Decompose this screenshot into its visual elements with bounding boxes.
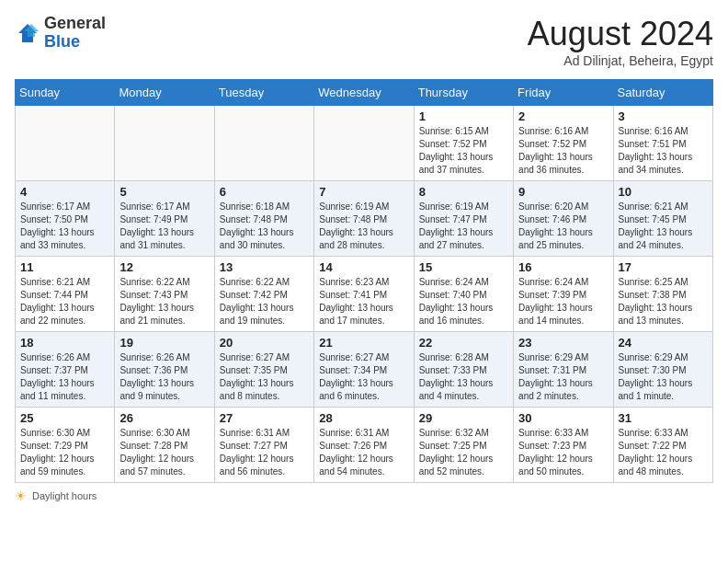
day-detail: Sunrise: 6:24 AM Sunset: 7:40 PM Dayligh… xyxy=(419,276,508,327)
calendar-cell: 24Sunrise: 6:29 AM Sunset: 7:30 PM Dayli… xyxy=(613,332,712,408)
day-detail: Sunrise: 6:26 AM Sunset: 7:37 PM Dayligh… xyxy=(20,351,109,403)
calendar-cell xyxy=(214,106,313,181)
day-detail: Sunrise: 6:27 AM Sunset: 7:34 PM Dayligh… xyxy=(319,351,408,403)
calendar-cell: 2Sunrise: 6:16 AM Sunset: 7:52 PM Daylig… xyxy=(514,106,613,181)
col-header-monday: Monday xyxy=(115,80,214,106)
calendar-cell: 25Sunrise: 6:30 AM Sunset: 7:29 PM Dayli… xyxy=(16,408,115,483)
logo-general: General xyxy=(44,14,106,32)
day-detail: Sunrise: 6:31 AM Sunset: 7:26 PM Dayligh… xyxy=(319,427,408,478)
day-number: 1 xyxy=(419,109,508,123)
calendar-cell: 6Sunrise: 6:18 AM Sunset: 7:48 PM Daylig… xyxy=(214,181,313,257)
day-number: 11 xyxy=(20,260,109,274)
calendar-cell: 27Sunrise: 6:31 AM Sunset: 7:27 PM Dayli… xyxy=(214,408,313,483)
day-detail: Sunrise: 6:15 AM Sunset: 7:52 PM Dayligh… xyxy=(419,125,508,177)
calendar-week-1: 1Sunrise: 6:15 AM Sunset: 7:52 PM Daylig… xyxy=(16,106,713,181)
calendar-cell: 17Sunrise: 6:25 AM Sunset: 7:38 PM Dayli… xyxy=(613,257,712,332)
day-detail: Sunrise: 6:29 AM Sunset: 7:31 PM Dayligh… xyxy=(518,351,608,403)
day-number: 23 xyxy=(518,336,608,350)
calendar-cell: 4Sunrise: 6:17 AM Sunset: 7:50 PM Daylig… xyxy=(16,181,115,257)
calendar-cell: 5Sunrise: 6:17 AM Sunset: 7:49 PM Daylig… xyxy=(115,181,214,257)
day-detail: Sunrise: 6:29 AM Sunset: 7:30 PM Dayligh… xyxy=(619,351,708,403)
day-detail: Sunrise: 6:18 AM Sunset: 7:48 PM Dayligh… xyxy=(220,201,309,252)
day-detail: Sunrise: 6:16 AM Sunset: 7:51 PM Dayligh… xyxy=(619,125,708,177)
day-number: 15 xyxy=(419,260,508,274)
day-number: 25 xyxy=(20,411,109,425)
calendar-cell: 26Sunrise: 6:30 AM Sunset: 7:28 PM Dayli… xyxy=(115,408,214,483)
day-number: 28 xyxy=(319,411,408,425)
logo-icon xyxy=(15,20,40,46)
calendar-cell: 28Sunrise: 6:31 AM Sunset: 7:26 PM Dayli… xyxy=(314,408,414,483)
sun-icon: ☀ xyxy=(15,488,27,503)
calendar-cell: 23Sunrise: 6:29 AM Sunset: 7:31 PM Dayli… xyxy=(514,332,613,408)
logo-text: General Blue xyxy=(44,15,106,52)
day-number: 20 xyxy=(220,336,309,350)
calendar-cell: 13Sunrise: 6:22 AM Sunset: 7:42 PM Dayli… xyxy=(214,257,313,332)
day-detail: Sunrise: 6:30 AM Sunset: 7:28 PM Dayligh… xyxy=(119,427,209,478)
calendar-cell: 20Sunrise: 6:27 AM Sunset: 7:35 PM Dayli… xyxy=(214,332,313,408)
day-detail: Sunrise: 6:33 AM Sunset: 7:22 PM Dayligh… xyxy=(619,427,708,478)
logo-blue: Blue xyxy=(44,32,80,51)
calendar-cell xyxy=(115,106,214,181)
calendar-cell: 22Sunrise: 6:28 AM Sunset: 7:33 PM Dayli… xyxy=(414,332,513,408)
day-number: 14 xyxy=(319,260,408,274)
day-detail: Sunrise: 6:25 AM Sunset: 7:38 PM Dayligh… xyxy=(619,276,708,327)
day-number: 7 xyxy=(319,185,408,199)
calendar-cell: 31Sunrise: 6:33 AM Sunset: 7:22 PM Dayli… xyxy=(613,408,712,483)
calendar-cell: 21Sunrise: 6:27 AM Sunset: 7:34 PM Dayli… xyxy=(314,332,414,408)
day-number: 26 xyxy=(119,411,209,425)
day-number: 5 xyxy=(119,185,209,199)
day-detail: Sunrise: 6:30 AM Sunset: 7:29 PM Dayligh… xyxy=(20,427,109,478)
day-number: 17 xyxy=(619,260,708,274)
calendar-cell: 11Sunrise: 6:21 AM Sunset: 7:44 PM Dayli… xyxy=(16,257,115,332)
calendar-cell: 3Sunrise: 6:16 AM Sunset: 7:51 PM Daylig… xyxy=(613,106,712,181)
day-number: 9 xyxy=(518,185,608,199)
day-detail: Sunrise: 6:17 AM Sunset: 7:50 PM Dayligh… xyxy=(20,201,109,252)
day-number: 12 xyxy=(119,260,209,274)
day-detail: Sunrise: 6:17 AM Sunset: 7:49 PM Dayligh… xyxy=(119,201,209,252)
day-detail: Sunrise: 6:22 AM Sunset: 7:43 PM Dayligh… xyxy=(119,276,209,327)
calendar-header-row: SundayMondayTuesdayWednesdayThursdayFrid… xyxy=(16,80,713,106)
calendar-cell: 29Sunrise: 6:32 AM Sunset: 7:25 PM Dayli… xyxy=(414,408,513,483)
day-number: 8 xyxy=(419,185,508,199)
calendar: SundayMondayTuesdayWednesdayThursdayFrid… xyxy=(15,79,713,483)
day-detail: Sunrise: 6:27 AM Sunset: 7:35 PM Dayligh… xyxy=(220,351,309,403)
day-number: 10 xyxy=(619,185,708,199)
calendar-cell xyxy=(16,106,115,181)
day-number: 22 xyxy=(419,336,508,350)
day-detail: Sunrise: 6:33 AM Sunset: 7:23 PM Dayligh… xyxy=(518,427,608,478)
calendar-cell: 1Sunrise: 6:15 AM Sunset: 7:52 PM Daylig… xyxy=(414,106,513,181)
day-number: 4 xyxy=(20,185,109,199)
day-number: 31 xyxy=(619,411,708,425)
day-detail: Sunrise: 6:20 AM Sunset: 7:46 PM Dayligh… xyxy=(518,201,608,252)
day-number: 19 xyxy=(119,336,209,350)
day-number: 30 xyxy=(518,411,608,425)
calendar-cell: 8Sunrise: 6:19 AM Sunset: 7:47 PM Daylig… xyxy=(414,181,513,257)
month-year: August 2024 xyxy=(528,15,713,53)
logo: General Blue xyxy=(15,15,106,52)
day-number: 18 xyxy=(20,336,109,350)
day-number: 16 xyxy=(518,260,608,274)
day-number: 21 xyxy=(319,336,408,350)
day-detail: Sunrise: 6:26 AM Sunset: 7:36 PM Dayligh… xyxy=(119,351,209,403)
calendar-cell xyxy=(314,106,414,181)
day-number: 2 xyxy=(518,109,608,123)
calendar-cell: 16Sunrise: 6:24 AM Sunset: 7:39 PM Dayli… xyxy=(514,257,613,332)
calendar-week-2: 4Sunrise: 6:17 AM Sunset: 7:50 PM Daylig… xyxy=(16,181,713,257)
day-detail: Sunrise: 6:21 AM Sunset: 7:45 PM Dayligh… xyxy=(619,201,708,252)
calendar-cell: 14Sunrise: 6:23 AM Sunset: 7:41 PM Dayli… xyxy=(314,257,414,332)
day-detail: Sunrise: 6:16 AM Sunset: 7:52 PM Dayligh… xyxy=(518,125,608,177)
calendar-week-4: 18Sunrise: 6:26 AM Sunset: 7:37 PM Dayli… xyxy=(16,332,713,408)
col-header-sunday: Sunday xyxy=(16,80,115,106)
day-detail: Sunrise: 6:23 AM Sunset: 7:41 PM Dayligh… xyxy=(319,276,408,327)
footer-label: Daylight hours xyxy=(32,490,97,501)
day-detail: Sunrise: 6:24 AM Sunset: 7:39 PM Dayligh… xyxy=(518,276,608,327)
day-detail: Sunrise: 6:19 AM Sunset: 7:47 PM Dayligh… xyxy=(419,201,508,252)
calendar-cell: 9Sunrise: 6:20 AM Sunset: 7:46 PM Daylig… xyxy=(514,181,613,257)
calendar-cell: 18Sunrise: 6:26 AM Sunset: 7:37 PM Dayli… xyxy=(16,332,115,408)
col-header-friday: Friday xyxy=(514,80,613,106)
header: General Blue August 2024 Ad Dilinjat, Be… xyxy=(15,15,713,68)
calendar-week-5: 25Sunrise: 6:30 AM Sunset: 7:29 PM Dayli… xyxy=(16,408,713,483)
day-detail: Sunrise: 6:32 AM Sunset: 7:25 PM Dayligh… xyxy=(419,427,508,478)
location: Ad Dilinjat, Beheira, Egypt xyxy=(528,53,713,68)
day-detail: Sunrise: 6:31 AM Sunset: 7:27 PM Dayligh… xyxy=(220,427,309,478)
